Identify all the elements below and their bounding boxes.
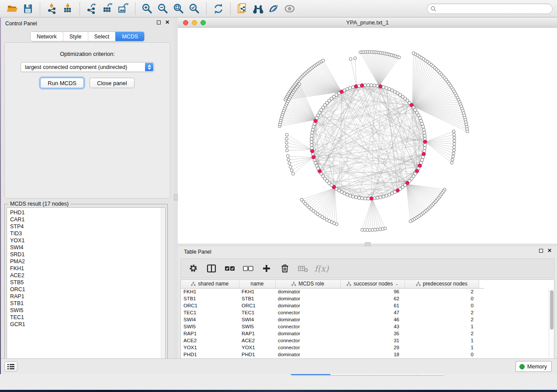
zoom-fit-button[interactable] — [171, 1, 187, 16]
deselect-all-rows-button[interactable] — [242, 262, 254, 275]
select-all-rows-button[interactable] — [224, 262, 236, 275]
function-builder-button[interactable]: f(x) — [315, 262, 328, 275]
cell-predecessor-nodes[interactable]: 1 — [405, 344, 479, 351]
result-node[interactable]: SWI4 — [10, 244, 165, 251]
horizontal-splitter[interactable] — [178, 244, 557, 247]
node-table-grid[interactable]: shared namenameMCDS rolesuccessor nodes⌄… — [181, 280, 484, 358]
new-network-from-selection-button[interactable] — [235, 1, 250, 16]
result-node[interactable]: PHD1 — [10, 209, 165, 216]
cell-name[interactable]: RAP1 — [239, 330, 275, 337]
cell-predecessor-nodes[interactable]: 1 — [405, 337, 479, 344]
cell-name[interactable]: TEC1 — [239, 309, 275, 316]
export-table-button[interactable] — [100, 1, 115, 16]
cell-predecessor-nodes[interactable]: 2 — [405, 288, 479, 295]
cell-shared-name[interactable]: YOX1 — [181, 344, 239, 351]
column-header-successor-nodes[interactable]: successor nodes⌄ — [340, 280, 405, 288]
result-node[interactable]: RAP1 — [10, 293, 165, 300]
cell-predecessor-nodes[interactable]: 0 — [405, 302, 479, 309]
result-node[interactable]: FKH1 — [10, 265, 165, 272]
show-hidden-button[interactable] — [282, 1, 298, 16]
table-row[interactable]: YOX1YOX1connector291 — [181, 344, 484, 351]
cell-shared-name[interactable]: STB1 — [181, 295, 239, 302]
cell-shared-name[interactable]: SWI5 — [181, 323, 239, 330]
cell-name[interactable]: SWI5 — [239, 323, 275, 330]
cell-successor-nodes[interactable]: 35 — [340, 330, 405, 337]
cell-name[interactable]: FKH1 — [239, 288, 275, 295]
cell-MCDS-role[interactable]: connector — [275, 344, 340, 351]
cell-MCDS-role[interactable]: dominator — [275, 295, 340, 302]
search-input[interactable] — [427, 3, 553, 14]
cell-MCDS-role[interactable]: dominator — [275, 288, 340, 295]
memory-button[interactable]: Memory — [515, 361, 552, 372]
network-canvas[interactable] — [178, 28, 557, 244]
cell-name[interactable]: ACE2 — [239, 337, 275, 344]
mcds-hub-node[interactable] — [311, 149, 314, 153]
table-scrollbar[interactable] — [549, 289, 554, 363]
close-panel-icon[interactable]: ✕ — [165, 21, 170, 24]
cell-shared-name[interactable]: FKH1 — [181, 288, 239, 295]
mcds-hub-node[interactable] — [422, 152, 426, 156]
cell-successor-nodes[interactable]: 62 — [340, 295, 405, 302]
cell-shared-name[interactable]: TEC1 — [181, 309, 239, 316]
result-node[interactable]: YOX1 — [10, 237, 165, 244]
cell-MCDS-role[interactable]: dominator — [275, 316, 340, 323]
refresh-button[interactable] — [211, 1, 226, 16]
cell-name[interactable]: STB1 — [239, 295, 275, 302]
mcds-hub-node[interactable] — [354, 85, 358, 88]
delete-table-button[interactable] — [297, 262, 309, 275]
column-header-shared-name[interactable]: shared name — [181, 280, 239, 288]
result-node[interactable]: ORC1 — [10, 286, 165, 293]
cell-MCDS-role[interactable]: connector — [275, 337, 340, 344]
export-image-button[interactable] — [115, 1, 131, 16]
save-session-button[interactable] — [20, 1, 36, 16]
cell-successor-nodes[interactable]: 31 — [340, 337, 405, 344]
optimization-criterion-dropdown[interactable]: largest connected component (undirected) — [21, 62, 154, 72]
cell-shared-name[interactable]: RAP1 — [181, 330, 239, 337]
column-header-MCDS-role[interactable]: MCDS role — [275, 280, 340, 288]
import-network-button[interactable] — [44, 1, 60, 16]
run-mcds-button[interactable]: Run MCDS — [40, 78, 84, 88]
table-settings-button[interactable] — [187, 262, 199, 275]
table-row[interactable]: SWI4SWI4dominator462 — [181, 316, 484, 323]
splitter-grip[interactable] — [174, 194, 178, 200]
import-table-button[interactable] — [60, 1, 76, 16]
cell-shared-name[interactable]: PHD1 — [181, 351, 239, 358]
cell-MCDS-role[interactable]: dominator — [275, 351, 340, 358]
column-header-predecessor-nodes[interactable]: predecessor nodes — [405, 280, 479, 288]
cell-shared-name[interactable]: ORC1 — [181, 302, 239, 309]
mcds-hub-node[interactable] — [370, 197, 373, 200]
cell-successor-nodes[interactable]: 46 — [340, 316, 405, 323]
result-node[interactable]: SRD1 — [10, 251, 165, 258]
tab-style[interactable]: Style — [63, 32, 88, 41]
column-header-name[interactable]: name — [239, 280, 275, 288]
cell-name[interactable]: YOX1 — [239, 344, 275, 351]
table-row[interactable]: STB1STB1dominator620 — [181, 295, 484, 302]
result-node[interactable]: GCR1 — [10, 321, 165, 328]
result-node[interactable]: STB5 — [10, 279, 165, 286]
tab-network[interactable]: Network — [31, 32, 63, 41]
table-row[interactable]: RAP1RAP1dominator352 — [181, 330, 484, 337]
cell-shared-name[interactable]: SWI4 — [181, 316, 239, 323]
cell-predecessor-nodes[interactable]: 2 — [405, 309, 479, 316]
mcds-hub-node[interactable] — [312, 155, 315, 159]
mcds-hub-node[interactable] — [379, 85, 382, 88]
table-row[interactable]: SWI5SWI5connector431 — [181, 323, 484, 330]
zoom-out-button[interactable] — [155, 1, 171, 16]
float-panel-icon[interactable] — [539, 249, 543, 253]
cell-MCDS-role[interactable]: connector — [275, 323, 340, 330]
cell-shared-name[interactable]: ACE2 — [181, 337, 239, 344]
network-window-titlebar[interactable]: YPA_prune.txt_1 — [178, 18, 557, 28]
cell-predecessor-nodes[interactable]: 0 — [405, 351, 479, 358]
vertical-splitter[interactable] — [174, 18, 178, 374]
cell-predecessor-nodes[interactable]: 0 — [405, 295, 479, 302]
search-field[interactable] — [427, 3, 553, 14]
toggle-table-layout-button[interactable] — [205, 262, 218, 275]
table-row[interactable]: FKH1FKH1dominator962 — [181, 288, 484, 295]
cell-name[interactable]: SWI4 — [239, 316, 275, 323]
create-column-button[interactable] — [260, 262, 273, 275]
cell-predecessor-nodes[interactable]: 2 — [405, 316, 479, 323]
cell-name[interactable]: PHD1 — [239, 351, 275, 358]
result-node[interactable]: ACE2 — [10, 272, 165, 279]
result-node[interactable]: TID3 — [10, 230, 165, 237]
table-row[interactable]: PHD1PHD1dominator180 — [181, 351, 484, 358]
